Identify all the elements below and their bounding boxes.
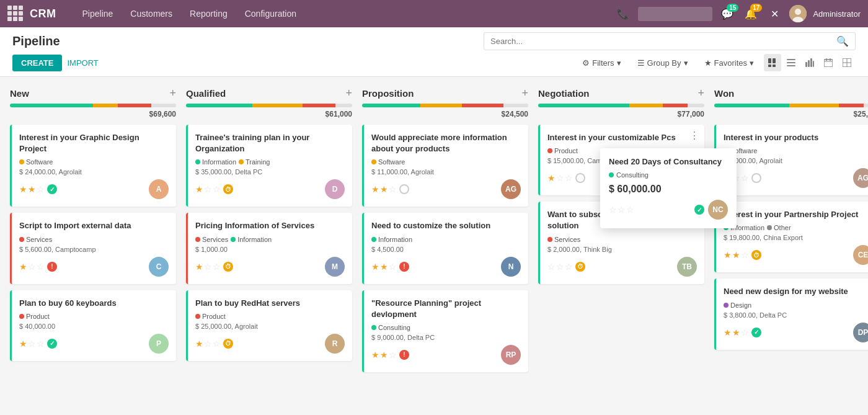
star-2[interactable]: ☆ — [204, 262, 212, 272]
bell-icon[interactable]: 🔔 17 — [742, 5, 760, 22]
star-3[interactable]: ☆ — [389, 184, 397, 194]
star-2[interactable]: ★ — [380, 184, 388, 194]
nav-pipeline[interactable]: Pipeline — [75, 5, 121, 22]
star-3[interactable]: ☆ — [565, 173, 573, 183]
star-1[interactable]: ★ — [371, 262, 379, 272]
star-1[interactable]: ★ — [724, 328, 732, 337]
import-button[interactable]: IMPORT — [67, 58, 98, 68]
star-1[interactable]: ★ — [371, 350, 379, 360]
card-stars[interactable]: ★☆☆ — [19, 339, 45, 349]
kanban-card[interactable]: Script to Import external data Services … — [10, 213, 176, 283]
chat-icon[interactable]: 💬 15 — [719, 5, 736, 22]
card-stars[interactable]: ☆☆☆ — [547, 262, 573, 272]
create-button[interactable]: CREATE — [12, 55, 62, 71]
star-3[interactable]: ☆ — [213, 339, 221, 349]
card-stars[interactable]: ★☆☆ — [195, 262, 221, 272]
card-stars[interactable]: ★★☆ — [724, 328, 749, 337]
star-3[interactable]: ☆ — [741, 328, 749, 337]
groupby-button[interactable]: ☰ Group By ▾ — [631, 56, 694, 70]
star-2[interactable]: ★ — [732, 328, 740, 337]
star-2[interactable]: ★ — [380, 262, 388, 272]
column-add-button[interactable]: + — [169, 87, 176, 100]
card-stars[interactable]: ★★☆ — [371, 350, 397, 360]
kanban-card[interactable]: Need new design for my website Design $ … — [714, 279, 868, 349]
star-1[interactable]: ★ — [19, 184, 27, 194]
kanban-card[interactable]: Pricing Information of Services Services… — [186, 213, 352, 283]
search-input[interactable] — [490, 37, 836, 46]
kanban-card[interactable]: Need to customize the solution Informati… — [362, 213, 528, 283]
card-stars[interactable]: ★★☆ — [724, 250, 749, 260]
star-3[interactable]: ☆ — [626, 205, 634, 215]
star-3[interactable]: ☆ — [37, 262, 45, 272]
kanban-card[interactable]: Would appreciate more information about … — [362, 125, 528, 207]
star-2[interactable]: ★ — [732, 250, 740, 260]
card-stars[interactable]: ★☆☆ — [195, 184, 221, 194]
star-2[interactable]: ★ — [28, 184, 36, 194]
star-1[interactable]: ★ — [371, 184, 379, 194]
card-stars[interactable]: ★☆☆ — [547, 173, 573, 183]
star-1[interactable]: ☆ — [609, 205, 617, 215]
star-3[interactable]: ☆ — [389, 350, 397, 360]
table-view-button[interactable] — [838, 54, 856, 71]
star-1[interactable]: ★ — [19, 339, 27, 349]
column-add-button[interactable]: + — [345, 87, 352, 100]
kanban-card[interactable]: ⋮ Need 20 Days of Consultancy Consulting… — [538, 125, 704, 195]
star-1[interactable]: ★ — [195, 262, 203, 272]
star-3[interactable]: ☆ — [741, 173, 749, 183]
star-3[interactable]: ☆ — [213, 184, 221, 194]
card-stars[interactable]: ★☆☆ — [19, 262, 45, 272]
card-stars[interactable]: ★★☆ — [19, 184, 45, 194]
star-1[interactable]: ☆ — [547, 262, 556, 272]
phone-icon[interactable]: 📞 — [614, 5, 632, 22]
star-3[interactable]: ☆ — [37, 184, 45, 194]
kanban-card[interactable]: Trainee's training plan in your Organiza… — [186, 125, 352, 207]
search-icon[interactable]: 🔍 — [836, 35, 849, 47]
kanban-card[interactable]: Plan to buy RedHat servers Product $ 25,… — [186, 290, 352, 361]
card-more-icon[interactable]: ⋮ — [689, 130, 699, 141]
star-3[interactable]: ☆ — [37, 339, 45, 349]
kanban-view-button[interactable] — [764, 54, 781, 71]
column-add-button[interactable]: + — [698, 87, 704, 100]
close-icon[interactable]: ✕ — [766, 5, 783, 22]
star-3[interactable]: ☆ — [389, 262, 397, 272]
star-1[interactable]: ★ — [724, 250, 732, 260]
star-2[interactable]: ★ — [380, 350, 388, 360]
star-2[interactable]: ☆ — [618, 205, 626, 215]
star-2[interactable]: ☆ — [28, 339, 36, 349]
star-1[interactable]: ★ — [547, 173, 556, 183]
page-title: Pipeline — [12, 34, 60, 48]
star-2[interactable]: ☆ — [204, 339, 212, 349]
star-3[interactable]: ☆ — [741, 250, 749, 260]
card-stars[interactable]: ★☆☆ — [195, 339, 221, 349]
star-3[interactable]: ☆ — [565, 262, 573, 272]
star-2[interactable]: ☆ — [28, 262, 36, 272]
column-add-button[interactable]: + — [521, 87, 528, 100]
kanban-card[interactable]: "Resource Planning" project devlopment C… — [362, 290, 528, 372]
star-2[interactable]: ☆ — [204, 184, 212, 194]
kanban-card[interactable]: Interest in your Graphic Design Project … — [10, 125, 176, 207]
star-1[interactable]: ★ — [195, 184, 203, 194]
nav-configuration[interactable]: Configuration — [237, 5, 304, 22]
calendar-view-button[interactable] — [820, 54, 837, 71]
chart-view-button[interactable] — [801, 54, 818, 71]
list-view-button[interactable] — [782, 54, 800, 71]
user-name[interactable]: Administrator — [813, 9, 861, 19]
avatar[interactable] — [789, 5, 807, 22]
kanban-card[interactable]: Plan to buy 60 keyboards Product $ 40,00… — [10, 290, 176, 361]
search-bar[interactable]: 🔍 — [484, 32, 856, 50]
star-1[interactable]: ★ — [195, 339, 203, 349]
star-2[interactable]: ☆ — [556, 262, 564, 272]
favorites-button[interactable]: ★ Favorites ▾ — [698, 56, 760, 70]
topnav-search-bar[interactable] — [638, 7, 712, 21]
star-2[interactable]: ☆ — [556, 173, 564, 183]
card-stars[interactable]: ★★☆ — [371, 184, 397, 194]
star-3[interactable]: ☆ — [213, 262, 221, 272]
kanban-card[interactable]: Interest in your products Software $ 2,0… — [714, 125, 868, 195]
kanban-card[interactable]: Interest in your Partnership Project Inf… — [714, 202, 868, 272]
nav-customers[interactable]: Customers — [123, 5, 180, 22]
nav-reporting[interactable]: Reporting — [182, 5, 235, 22]
star-1[interactable]: ★ — [19, 262, 27, 272]
filters-button[interactable]: ⚙ Filters ▾ — [576, 56, 627, 70]
card-stars[interactable]: ★★☆ — [371, 262, 397, 272]
apps-grid-icon[interactable] — [7, 6, 24, 22]
